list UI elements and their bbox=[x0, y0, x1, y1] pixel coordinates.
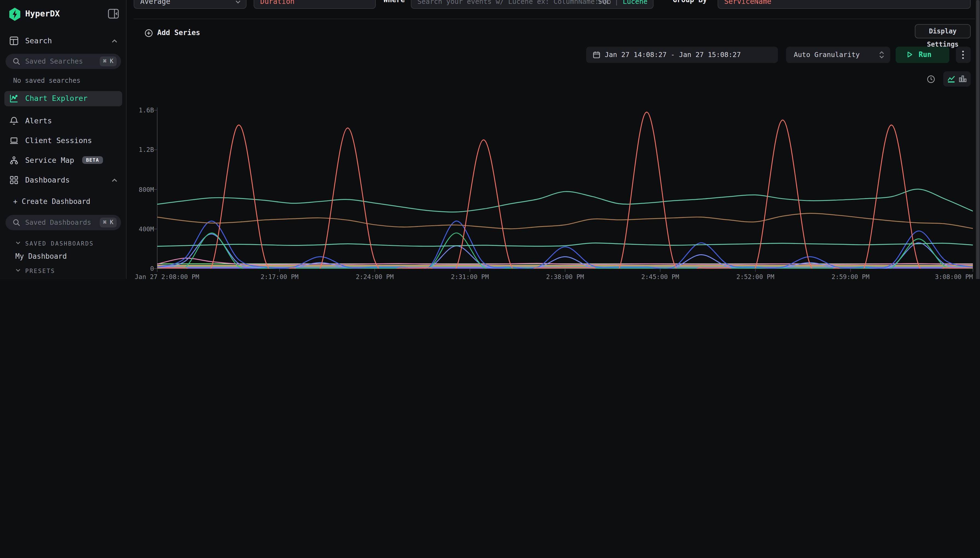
sidebar-item-search[interactable]: Search bbox=[0, 34, 126, 48]
sidebar-item-label: Alerts bbox=[25, 116, 52, 125]
chevron-down-icon bbox=[15, 240, 21, 246]
app-title: HyperDX bbox=[25, 9, 60, 19]
sidebar-item-my-dashboard[interactable]: My Dashboard bbox=[15, 252, 67, 260]
sidebar-item-label: Dashboards bbox=[25, 176, 70, 184]
shortcut-badge: ⌘ K bbox=[100, 218, 117, 228]
sidebar-item-label: Search bbox=[25, 36, 52, 45]
saved-dashboards-header[interactable]: SAVED DASHBOARDS bbox=[15, 240, 94, 247]
laptop-icon bbox=[9, 136, 19, 145]
shortcut-badge: ⌘ K bbox=[100, 56, 117, 66]
chevron-up-icon[interactable] bbox=[111, 177, 118, 184]
main-content: Average Duration Where Search your event… bbox=[126, 0, 976, 279]
saved-searches-input[interactable]: Saved Searches ⌘ K bbox=[5, 54, 121, 69]
sidebar-item-chart-explorer[interactable]: Chart Explorer bbox=[4, 91, 122, 106]
grid-icon bbox=[9, 176, 19, 185]
series-line bbox=[157, 189, 973, 212]
scrollbar-thumb[interactable] bbox=[976, 0, 980, 279]
hyperdx-logo-icon bbox=[9, 8, 21, 21]
no-saved-searches-text: No saved searches bbox=[13, 77, 80, 84]
sidebar-item-label: Chart Explorer bbox=[25, 94, 88, 102]
saved-searches-placeholder: Saved Searches bbox=[25, 57, 83, 65]
sidebar: HyperDX Search Saved Searches ⌘ K No sav… bbox=[0, 0, 126, 279]
sidebar-item-dashboards[interactable]: Dashboards bbox=[0, 173, 126, 187]
chart-explorer-icon bbox=[9, 94, 19, 103]
sidebar-item-service-map[interactable]: Service Map BETA bbox=[0, 153, 126, 168]
sidebar-item-label: Service Map bbox=[25, 156, 74, 164]
saved-dashboards-input[interactable]: Saved Dashboards ⌘ K bbox=[5, 215, 121, 230]
chevron-down-icon bbox=[15, 268, 21, 273]
hyperdx-app: HyperDX Search Saved Searches ⌘ K No sav… bbox=[0, 0, 980, 279]
chevron-up-icon[interactable] bbox=[111, 38, 118, 44]
saved-dashboards-placeholder: Saved Dashboards bbox=[25, 218, 91, 226]
sidebar-item-client-sessions[interactable]: Client Sessions bbox=[0, 134, 126, 148]
beta-badge: BETA bbox=[82, 156, 103, 164]
series-line bbox=[157, 233, 973, 269]
search-icon bbox=[13, 57, 20, 65]
search-icon bbox=[13, 219, 20, 226]
series-line bbox=[157, 213, 973, 228]
series-line bbox=[157, 243, 973, 246]
hierarchy-icon bbox=[9, 156, 19, 165]
time-series-chart[interactable]: 1.6B1.2B800M400M0 Jan 27 2:08:00 PM2:17:… bbox=[126, 0, 976, 279]
plot-area[interactable] bbox=[157, 110, 973, 269]
scrollbar[interactable] bbox=[976, 0, 980, 279]
table-icon bbox=[9, 36, 19, 46]
sidebar-item-alerts[interactable]: Alerts bbox=[0, 114, 126, 128]
sidebar-collapse-icon[interactable] bbox=[107, 8, 119, 20]
presets-header[interactable]: PRESETS bbox=[15, 268, 55, 274]
bell-icon bbox=[9, 116, 19, 126]
create-dashboard-link[interactable]: + Create Dashboard bbox=[13, 197, 90, 205]
logo-row: HyperDX bbox=[0, 7, 126, 23]
sidebar-item-label: Client Sessions bbox=[25, 136, 92, 145]
